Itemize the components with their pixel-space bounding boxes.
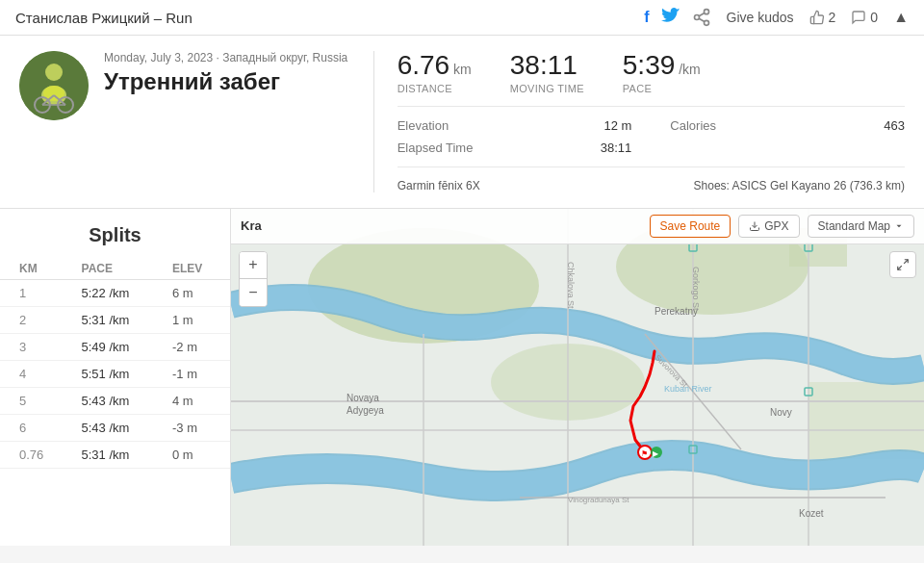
map-toolbar: Kra Save Route GPX Standard Map	[231, 209, 924, 244]
split-km: 5	[0, 387, 74, 414]
split-km: 6	[0, 414, 74, 441]
split-elev: 1 m	[165, 306, 230, 333]
svg-rect-22	[808, 382, 924, 459]
svg-text:▶: ▶	[653, 449, 659, 458]
download-icon	[749, 220, 760, 232]
split-km: 2	[0, 306, 74, 333]
stats-secondary: Elevation 12 m Calories 463 Elapsed Time…	[398, 118, 905, 167]
map-svg: Perekatny Novaya Adygeya Novy Kozet Kuba…	[231, 209, 924, 546]
kudos-number: 2	[829, 10, 836, 25]
avatar	[19, 51, 89, 120]
splits-row: 6 5:43 /km -3 m	[0, 414, 230, 441]
split-elev: 6 m	[165, 279, 230, 306]
share-icon[interactable]	[692, 8, 711, 27]
kudos-count: 2	[809, 10, 836, 25]
zoom-in-button[interactable]: +	[240, 252, 267, 279]
twitter-icon[interactable]	[661, 8, 680, 27]
distance-label: Distance	[398, 83, 472, 94]
fullscreen-button[interactable]	[889, 251, 916, 278]
stat-moving-time: 38:11 Moving Time	[510, 51, 584, 94]
gpx-button[interactable]: GPX	[738, 215, 799, 238]
svg-text:Kuban River: Kuban River	[664, 384, 712, 394]
top-bar-actions: f Give kudos 2 0 ▲	[644, 8, 909, 27]
page-title: Станислав Ржицкий – Run	[15, 10, 192, 26]
split-elev: 0 m	[165, 441, 230, 468]
col-pace: Pace	[74, 258, 166, 280]
top-bar: Станислав Ржицкий – Run f Give kudos 2	[0, 0, 924, 36]
shoes-info: Shoes: ASICS Gel Kayano 26 (736.3 km)	[694, 179, 905, 192]
col-km: KM	[0, 258, 74, 280]
bottom-section: Splits KM Pace Elev 1 5:22 /km 6 m 2 5:3…	[0, 209, 924, 546]
svg-point-0	[704, 10, 708, 14]
col-elev: Elev	[165, 258, 230, 280]
splits-row: 3 5:49 /km -2 m	[0, 333, 230, 360]
pace-value: 5:39 /km	[623, 51, 701, 81]
svg-line-15	[904, 260, 908, 264]
avatar-image	[19, 51, 89, 120]
comment-icon	[851, 10, 866, 25]
moving-time-value: 38:11	[510, 51, 584, 81]
split-km: 4	[0, 360, 74, 387]
svg-line-16	[898, 266, 902, 269]
map-city-label: Kra	[241, 218, 262, 233]
social-icons: f	[644, 8, 710, 27]
map-toolbar-left: Kra	[241, 218, 642, 233]
split-pace: 5:49 /km	[74, 333, 166, 360]
map-area: Kra Save Route GPX Standard Map + −	[231, 209, 924, 546]
split-elev: -3 m	[165, 414, 230, 441]
svg-text:Novaya: Novaya	[346, 393, 379, 403]
split-elev: -2 m	[165, 333, 230, 360]
expand-button[interactable]: ▲	[893, 9, 909, 26]
svg-text:Adygeya: Adygeya	[346, 405, 384, 416]
split-pace: 5:43 /km	[74, 414, 166, 441]
svg-text:Gorkogo St: Gorkogo St	[691, 267, 701, 311]
split-km: 0.76	[0, 441, 74, 468]
splits-row: 4 5:51 /km -1 m	[0, 360, 230, 387]
standard-map-button[interactable]: Standard Map	[808, 215, 914, 238]
map-zoom-controls: + −	[239, 251, 268, 307]
split-pace: 5:31 /km	[74, 441, 166, 468]
stat-distance: 6.76 km Distance	[398, 51, 472, 94]
splits-row: 5 5:43 /km 4 m	[0, 387, 230, 414]
splits-panel: Splits KM Pace Elev 1 5:22 /km 6 m 2 5:3…	[0, 209, 231, 546]
stats-primary: 6.76 km Distance 38:11 Moving Time 5:39 …	[398, 51, 905, 107]
pace-label: Pace	[623, 83, 701, 94]
splits-row: 2 5:31 /km 1 m	[0, 306, 230, 333]
split-elev: 4 m	[165, 387, 230, 414]
svg-text:Kozet: Kozet	[799, 508, 824, 519]
svg-text:Novy: Novy	[770, 407, 792, 418]
split-elev: -1 m	[165, 360, 230, 387]
comments-number: 0	[870, 10, 878, 25]
svg-point-6	[45, 64, 63, 81]
give-kudos-button[interactable]: Give kudos	[727, 10, 794, 25]
activity-header: Monday, July 3, 2023 · Западный округ, R…	[0, 36, 924, 209]
svg-text:Chkalova St: Chkalova St	[566, 262, 576, 309]
facebook-icon[interactable]: f	[644, 9, 649, 26]
svg-point-1	[694, 15, 699, 20]
svg-line-4	[699, 13, 705, 15]
svg-text:⚑: ⚑	[641, 449, 648, 458]
stat-calories: Calories 463	[670, 118, 905, 133]
split-pace: 5:51 /km	[74, 360, 166, 387]
svg-text:Vinogradunaya St: Vinogradunaya St	[568, 496, 629, 504]
device-name: Garmin fēnix 6X	[398, 179, 480, 192]
splits-row: 0.76 5:31 /km 0 m	[0, 441, 230, 468]
moving-time-label: Moving Time	[510, 83, 584, 94]
map-container: Perekatny Novaya Adygeya Novy Kozet Kuba…	[231, 209, 924, 546]
split-pace: 5:43 /km	[74, 387, 166, 414]
fullscreen-icon	[896, 258, 910, 271]
activity-date: Monday, July 3, 2023 · Западный округ, R…	[104, 51, 358, 64]
activity-info: Monday, July 3, 2023 · Западный округ, R…	[104, 51, 358, 95]
splits-title: Splits	[0, 224, 230, 246]
comments-count: 0	[851, 10, 878, 25]
activity-name: Утренний забег	[104, 68, 358, 95]
zoom-out-button[interactable]: −	[240, 279, 267, 306]
save-route-button[interactable]: Save Route	[650, 215, 732, 238]
split-pace: 5:22 /km	[74, 279, 166, 306]
splits-table: KM Pace Elev 1 5:22 /km 6 m 2 5:31 /km 1…	[0, 258, 230, 469]
stats-device: Garmin fēnix 6X Shoes: ASICS Gel Kayano …	[398, 179, 905, 192]
chevron-down-icon	[894, 221, 904, 231]
stat-pace: 5:39 /km Pace	[623, 51, 701, 94]
stat-elevation: Elevation 12 m	[398, 118, 632, 133]
svg-line-3	[699, 18, 705, 21]
